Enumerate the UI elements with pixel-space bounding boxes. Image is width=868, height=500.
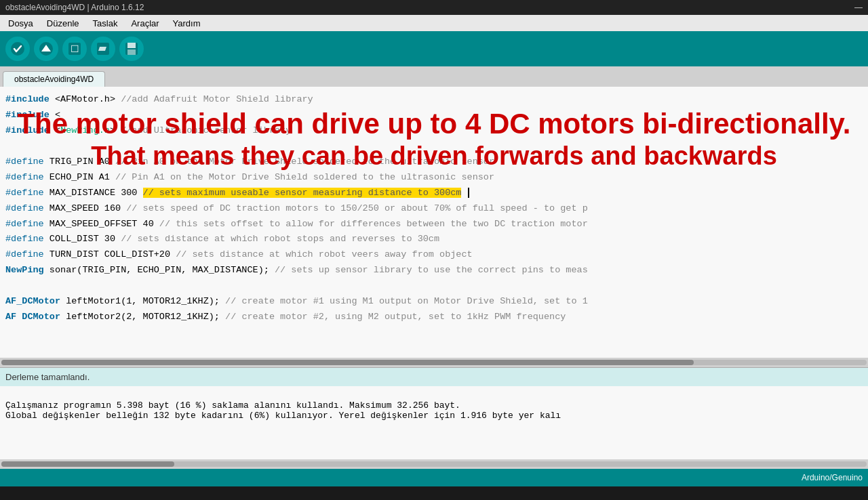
status-bar: Derleme tamamlandı. [0, 367, 868, 386]
toolbar: ☐ [0, 31, 868, 66]
menu-taslak[interactable]: Taslak [87, 17, 123, 30]
output-area: Çalışmanız programın 5.398 bayt (16 %) s… [0, 386, 868, 459]
arduino-bar-text: Arduino/Genuino [802, 473, 863, 482]
code-line-7: #define MAX_DISTANCE 300 // sets maximum… [0, 186, 868, 201]
svg-text:☐: ☐ [71, 43, 79, 54]
output-line-2: Çalışmanız programın 5.398 bayt (16 %) s… [5, 400, 863, 411]
menu-araclar[interactable]: Araçlar [125, 17, 164, 30]
code-line-5: #define TRIG_PIN A0 // Pin A0 on the Mot… [0, 154, 868, 170]
code-line-9: #define MAX_SPEED_OFFSET 40 // this sets… [0, 217, 868, 232]
code-scrollbar[interactable] [0, 358, 868, 367]
arduino-bar: Arduino/Genuino [0, 469, 868, 486]
menu-bar: Dosya Düzenle Taslak Araçlar Yardım [0, 15, 868, 31]
upload-button[interactable] [34, 37, 58, 61]
scrollbar-thumb[interactable] [1, 360, 694, 365]
bottom-scrollbar[interactable] [0, 459, 868, 469]
new-button[interactable]: ☐ [62, 37, 87, 61]
code-line-15: AF DCMotor leftMotor2(2, MOTOR12_1KHZ); … [0, 310, 868, 325]
code-line-12: NewPing sonar(TRIG_PIN, ECHO_PIN, MAX_DI… [0, 263, 868, 278]
title-text: obstacleAvoiding4WD | Arduino 1.6.12 [5, 3, 144, 12]
svg-rect-8 [127, 49, 136, 55]
title-bar: obstacleAvoiding4WD | Arduino 1.6.12 — [0, 0, 868, 15]
code-line-6: #define ECHO_PIN A1 // Pin A1 on the Mot… [0, 170, 868, 186]
code-line-14: AF_DCMotor leftMotor1(1, MOTOR12_1KHZ); … [0, 294, 868, 310]
close-btn[interactable]: — [854, 3, 863, 12]
output-line-1 [5, 390, 863, 400]
code-area[interactable]: #include <AFMotor.h> //add Adafruit Moto… [0, 87, 868, 358]
scrollbar-track[interactable] [1, 360, 867, 365]
open-button[interactable] [91, 37, 115, 61]
svg-rect-7 [127, 43, 136, 48]
code-line-4 [0, 139, 868, 154]
code-line-8: #define MAX_SPEED 160 // sets speed of D… [0, 201, 868, 217]
code-line-1: #include <AFMotor.h> //add Adafruit Moto… [0, 92, 868, 108]
tab-bar: obstacleAvoiding4WD [0, 66, 868, 87]
status-text: Derleme tamamlandı. [5, 372, 90, 382]
code-line-3: #include <NewPing.h> //add Ultrasonic se… [0, 123, 868, 139]
output-line-3: Global değişkenler belleğin 132 byte kad… [5, 411, 863, 421]
save-button[interactable] [119, 37, 144, 61]
code-line-11: #define TURN_DIST COLL_DIST+20 // sets d… [0, 247, 868, 263]
menu-dosya[interactable]: Dosya [3, 17, 39, 30]
code-line-10: #define COLL_DIST 30 // sets distance at… [0, 232, 868, 247]
verify-button[interactable] [5, 37, 30, 61]
tab-obstacleAvoiding4WD[interactable]: obstacleAvoiding4WD [3, 71, 105, 87]
menu-yardim[interactable]: Yardım [167, 17, 206, 30]
code-line-13 [0, 278, 868, 294]
menu-duzenle[interactable]: Düzenle [41, 17, 85, 30]
code-line-2: #include < [0, 108, 868, 123]
